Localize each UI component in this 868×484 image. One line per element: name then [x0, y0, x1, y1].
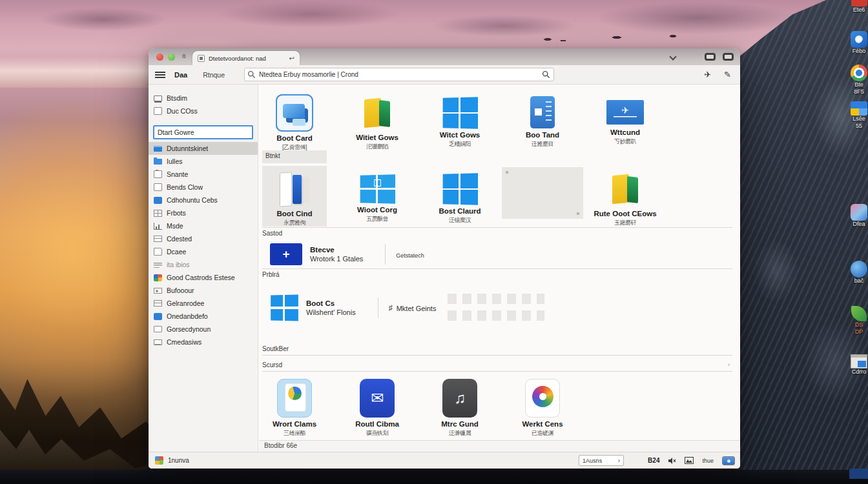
file-tile-label: Bost Claurd	[428, 207, 492, 215]
file-tile[interactable]: Boot Cind 永雳雅侚	[262, 166, 327, 227]
media-badge[interactable]: Getstatech	[396, 250, 424, 259]
desktop-icon[interactable]: Ete6	[843, 0, 868, 14]
photos-icon[interactable]	[685, 457, 694, 464]
titlebar[interactable]: ɞ Dtetetvoordanot: nad ↩	[149, 48, 740, 65]
app-tile-icon	[360, 379, 395, 418]
search-container	[244, 68, 554, 81]
nav-label[interactable]: Rtnque	[203, 71, 225, 79]
file-tile-sublabel: 乏糟娟阳	[428, 140, 492, 148]
language-value: 1Ausns	[583, 458, 602, 464]
sidebar-item[interactable]: Btsdim	[149, 92, 258, 105]
desktop-icon-label: DS	[843, 321, 868, 328]
app-tile[interactable]: Werkt Cens 已造嵯渊	[510, 376, 575, 438]
file-tile-label: Wttcund	[593, 128, 657, 136]
desktop-icon[interactable]: Cdrro	[843, 354, 868, 376]
file-tile-icon	[360, 174, 395, 203]
sidebar-item[interactable]: Frbots	[149, 207, 258, 219]
desktop-icon[interactable]	[843, 469, 868, 480]
detail-badge-label[interactable]: Mktet Geints	[397, 305, 437, 312]
file-tile[interactable]: Wioot Corg 五雳酿曾	[345, 166, 409, 227]
desktop-icon[interactable]: Bte 8F5	[843, 65, 868, 96]
sidebar-item[interactable]: Dtart Gowre	[153, 125, 253, 139]
sidebar-item-icon	[154, 326, 162, 332]
file-manager-window: ɞ Dtetetvoordanot: nad ↩ Daa Rtnque ✈ ✎	[149, 48, 740, 469]
sidebar-item[interactable]: Cdhohuntu Cebs	[149, 194, 258, 207]
close-button[interactable]	[156, 54, 163, 61]
sidebar-item[interactable]: Duc COss	[149, 105, 258, 117]
sidebar-item-label: Btsdim	[167, 94, 187, 102]
sidebar-item-label: Msde	[167, 222, 183, 230]
notification-toggle[interactable]	[722, 456, 735, 465]
file-tile[interactable]: Witct Gows 乏糟娟阳	[428, 90, 492, 152]
file-tile[interactable]	[510, 166, 575, 227]
file-tile-icon	[276, 94, 313, 132]
app-tile[interactable]: Wrort Clams 三雄崖酯	[262, 376, 327, 438]
start-label[interactable]: 1nunva	[168, 457, 189, 464]
desktop-icon-label: Dfea	[843, 221, 868, 228]
sidebar-item[interactable]: Cmedasiws	[149, 336, 258, 348]
tab[interactable]: Dtetetvoordanot: nad ↩	[192, 51, 300, 65]
sign-plus-icon[interactable]	[270, 243, 302, 265]
language-dropdown[interactable]: 1Ausns ›	[579, 455, 624, 466]
sidebar-item[interactable]: Cdested	[149, 232, 258, 245]
sidebar-item[interactable]: Onedanbdefo	[149, 310, 258, 323]
window-maximize-button[interactable]	[723, 53, 734, 61]
edit-icon[interactable]: ✎	[724, 70, 731, 79]
sidebar-item[interactable]: Good Castrods Estese	[149, 271, 258, 284]
network-label[interactable]: thue	[702, 458, 714, 464]
desktop-icon[interactable]: DS DP	[843, 306, 868, 336]
file-tile[interactable]: Boot Card [乙烡雷傅]	[262, 90, 327, 152]
sidebar-item[interactable]: ita ibios	[149, 258, 258, 271]
screen: Ete6 Fébo Bte 8F5 Lsêe 55	[0, 0, 868, 484]
sidebar-item-label: Dcaee	[167, 248, 186, 256]
sidebar-item[interactable]: Msde	[149, 219, 258, 232]
section-expand-icon[interactable]: ›	[728, 361, 730, 368]
send-icon[interactable]: ✈	[704, 70, 711, 79]
app-tile-icon	[277, 379, 312, 418]
app-tile-label: Routl Cibma	[345, 420, 409, 428]
section-scursd: Scursd ›	[262, 361, 732, 372]
desktop-icon[interactable]: Dfea	[843, 204, 868, 228]
start-logo-icon[interactable]	[155, 456, 163, 465]
file-tile[interactable]: Bost Claurd 泛镶糜汉	[428, 166, 492, 227]
window-restore-button[interactable]	[705, 53, 716, 61]
menu-label[interactable]: Daa	[174, 71, 187, 79]
file-tile-sublabel: 丂妙磨趴	[593, 137, 657, 146]
sidebar-item[interactable]: Iulles	[149, 155, 258, 168]
sidebar-item[interactable]: Gelranrodee	[149, 297, 258, 310]
sidebar-item[interactable]: Dutunntskinet	[149, 142, 258, 155]
sidebar-item[interactable]: Bufooour	[149, 284, 258, 297]
file-tile-sublabel: 五雳酿曾	[345, 215, 409, 223]
file-tile-label: Witct Gows	[428, 131, 492, 139]
desktop-icon[interactable]: Lsêe 55	[843, 101, 868, 130]
sidebar-item[interactable]: Snante	[149, 168, 258, 181]
tab-back-icon[interactable]: ↩	[289, 55, 294, 62]
media-badge-label: Getstatech	[396, 252, 424, 259]
desktop-icon[interactable]: bač	[843, 261, 868, 285]
sidebar-item[interactable]: Dcaee	[149, 245, 258, 258]
windows-logo-icon[interactable]	[271, 295, 298, 321]
minimize-button[interactable]	[168, 54, 175, 61]
sidebar-item[interactable]: Gorsecdynoun	[149, 323, 258, 336]
desktop-icon[interactable]: Fébo	[843, 31, 868, 55]
file-tile-icon	[530, 96, 555, 128]
search-input[interactable]	[244, 68, 554, 81]
app-tile[interactable]: Routl Cibma 骧燕铁划	[345, 376, 409, 438]
file-tile[interactable]: Wttcund 丂妙磨趴	[593, 90, 657, 152]
vertical-divider	[385, 244, 386, 265]
desktop-icon-label: Fébo	[843, 48, 868, 55]
file-tile[interactable]: Boo Tand 迁雅磨目	[510, 90, 575, 152]
search-submit-icon[interactable]	[542, 70, 550, 79]
file-tile-icon	[279, 171, 310, 207]
file-tile[interactable]: Witiet Gows 汜珊鹏陷	[345, 90, 409, 152]
desktop-icon-glyph	[851, 204, 867, 221]
file-tile-icon	[606, 100, 644, 125]
chevron-down-icon[interactable]	[670, 54, 676, 59]
mute-speaker-icon[interactable]	[668, 457, 676, 465]
hamburger-menu-icon[interactable]	[155, 72, 165, 78]
sidebar-item[interactable]: Bends Clow	[149, 181, 258, 194]
app-tile[interactable]: Mtrc Gund 泛濉镰屑	[428, 376, 492, 438]
desktop-icon-glyph	[851, 31, 867, 48]
file-tile[interactable]: Rute Ooot CEows 玉躇磨矸	[593, 166, 657, 227]
sidebar-item-label: Duc COss	[167, 107, 198, 115]
